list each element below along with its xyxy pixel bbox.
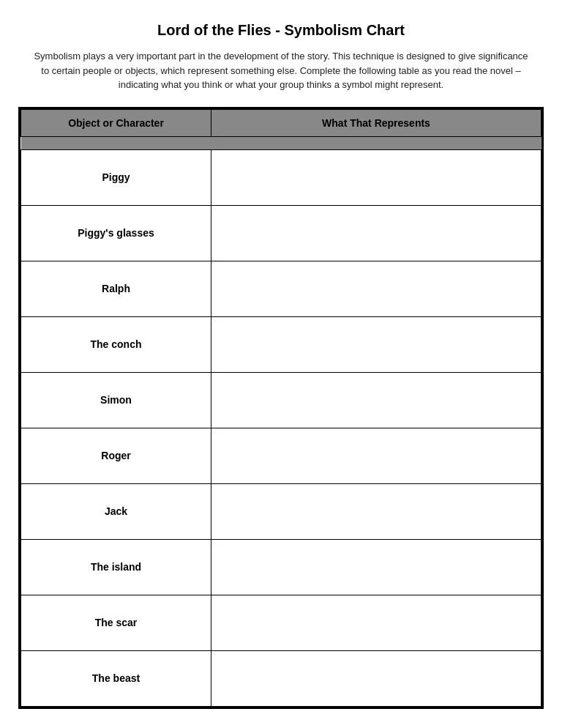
table-row: The scar [21, 595, 542, 650]
object-cell-5: Roger [21, 428, 211, 483]
table-row: Roger [21, 428, 542, 483]
table-row: The island [21, 539, 542, 595]
subheader-gray-row [21, 136, 542, 149]
represents-cell-3 [211, 316, 542, 372]
object-cell-6: Jack [21, 483, 211, 539]
page-title: Lord of the Flies - Symbolism Chart [157, 22, 405, 39]
table-row: Jack [21, 483, 542, 539]
object-cell-3: The conch [21, 316, 211, 372]
object-cell-8: The scar [21, 595, 211, 650]
represents-cell-0 [211, 149, 542, 205]
represents-cell-8 [211, 595, 542, 650]
symbolism-table-wrapper: Object or Character What That Represents… [18, 107, 544, 709]
col2-header: What That Represents [211, 109, 542, 136]
table-row: The conch [21, 316, 542, 372]
symbolism-table: Object or Character What That Represents… [20, 109, 542, 707]
description-text: Symbolism plays a very important part in… [32, 49, 530, 92]
table-row: Piggy's glasses [21, 205, 542, 261]
object-cell-4: Simon [21, 372, 211, 428]
object-cell-7: The island [21, 539, 211, 595]
table-row: The beast [21, 650, 542, 706]
table-row: Simon [21, 372, 542, 428]
represents-cell-6 [211, 483, 542, 539]
object-cell-0: Piggy [21, 149, 211, 205]
table-row: Piggy [21, 149, 542, 205]
represents-cell-1 [211, 205, 542, 261]
object-cell-9: The beast [21, 650, 211, 706]
represents-cell-7 [211, 539, 542, 595]
object-cell-2: Ralph [21, 261, 211, 316]
object-cell-1: Piggy's glasses [21, 205, 211, 261]
represents-cell-2 [211, 261, 542, 316]
represents-cell-9 [211, 650, 542, 706]
represents-cell-5 [211, 428, 542, 483]
table-row: Ralph [21, 261, 542, 316]
col1-header: Object or Character [21, 109, 211, 136]
represents-cell-4 [211, 372, 542, 428]
